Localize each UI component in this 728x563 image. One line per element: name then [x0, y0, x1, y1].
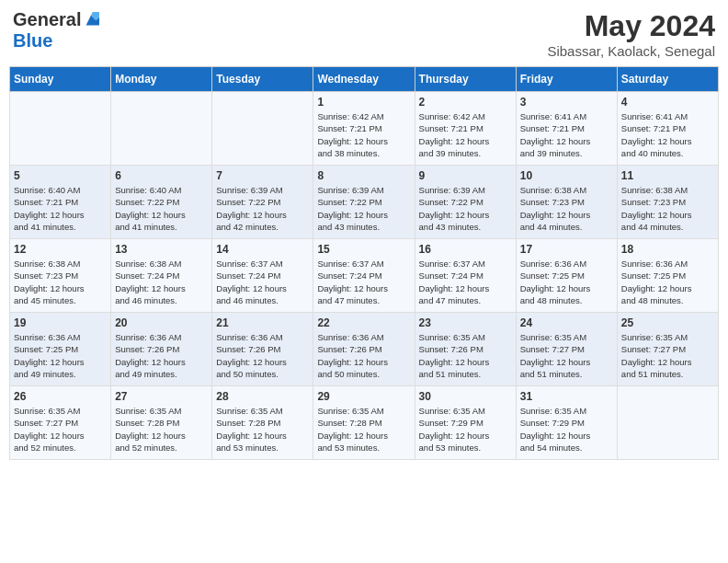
calendar-cell: 14Sunrise: 6:37 AMSunset: 7:24 PMDayligh…: [212, 239, 313, 313]
day-info: Sunrise: 6:39 AMSunset: 7:22 PMDaylight:…: [216, 184, 309, 233]
calendar-cell: 6Sunrise: 6:40 AMSunset: 7:22 PMDaylight…: [111, 166, 212, 239]
calendar-week-5: 26Sunrise: 6:35 AMSunset: 7:27 PMDayligh…: [10, 386, 719, 460]
day-info: Sunrise: 6:36 AMSunset: 7:25 PMDaylight:…: [520, 258, 613, 306]
day-number: 8: [317, 169, 410, 182]
calendar-week-1: 1Sunrise: 6:42 AMSunset: 7:21 PMDaylight…: [10, 92, 719, 166]
logo-blue-text: Blue: [13, 30, 52, 52]
day-number: 11: [621, 169, 714, 182]
calendar-cell: 23Sunrise: 6:35 AMSunset: 7:26 PMDayligh…: [415, 313, 516, 386]
calendar-cell: [212, 92, 313, 166]
calendar-cell: 2Sunrise: 6:42 AMSunset: 7:21 PMDaylight…: [415, 92, 516, 166]
day-number: 21: [216, 316, 309, 329]
day-number: 23: [419, 316, 512, 329]
day-number: 16: [419, 243, 512, 256]
day-info: Sunrise: 6:35 AMSunset: 7:27 PMDaylight:…: [621, 331, 714, 380]
calendar-cell: 5Sunrise: 6:40 AMSunset: 7:21 PMDaylight…: [10, 166, 111, 239]
day-info: Sunrise: 6:38 AMSunset: 7:23 PMDaylight:…: [14, 258, 107, 306]
day-info: Sunrise: 6:38 AMSunset: 7:23 PMDaylight:…: [621, 184, 714, 233]
day-number: 27: [115, 390, 208, 403]
title-block: May 2024 Sibassar, Kaolack, Senegal: [547, 9, 715, 59]
day-number: 28: [216, 390, 309, 403]
calendar-cell: 1Sunrise: 6:42 AMSunset: 7:21 PMDaylight…: [313, 92, 415, 166]
day-info: Sunrise: 6:38 AMSunset: 7:24 PMDaylight:…: [115, 258, 208, 306]
location: Sibassar, Kaolack, Senegal: [547, 43, 715, 59]
day-info: Sunrise: 6:35 AMSunset: 7:29 PMDaylight:…: [419, 405, 512, 454]
day-info: Sunrise: 6:36 AMSunset: 7:25 PMDaylight:…: [14, 331, 107, 380]
logo-icon: [83, 12, 99, 29]
calendar-cell: 20Sunrise: 6:36 AMSunset: 7:26 PMDayligh…: [111, 313, 212, 386]
day-info: Sunrise: 6:41 AMSunset: 7:21 PMDaylight:…: [520, 110, 613, 159]
day-info: Sunrise: 6:41 AMSunset: 7:21 PMDaylight:…: [621, 110, 714, 159]
day-info: Sunrise: 6:35 AMSunset: 7:29 PMDaylight:…: [520, 405, 613, 454]
calendar-cell: 8Sunrise: 6:39 AMSunset: 7:22 PMDaylight…: [313, 166, 415, 239]
day-number: 29: [317, 390, 410, 403]
day-number: 10: [520, 169, 613, 182]
col-header-thursday: Thursday: [415, 67, 516, 92]
day-number: 22: [317, 316, 410, 329]
calendar-cell: [10, 92, 111, 166]
month-year: May 2024: [547, 9, 715, 43]
calendar-cell: 11Sunrise: 6:38 AMSunset: 7:23 PMDayligh…: [617, 166, 718, 239]
col-header-friday: Friday: [516, 67, 617, 92]
day-number: 2: [419, 96, 512, 109]
day-number: 9: [419, 169, 512, 182]
calendar-cell: 29Sunrise: 6:35 AMSunset: 7:28 PMDayligh…: [313, 386, 415, 460]
calendar-cell: 15Sunrise: 6:37 AMSunset: 7:24 PMDayligh…: [313, 239, 415, 313]
day-info: Sunrise: 6:37 AMSunset: 7:24 PMDaylight:…: [216, 258, 309, 306]
day-info: Sunrise: 6:35 AMSunset: 7:28 PMDaylight:…: [115, 405, 208, 454]
calendar-week-2: 5Sunrise: 6:40 AMSunset: 7:21 PMDaylight…: [10, 166, 719, 239]
logo: General Blue: [13, 9, 99, 52]
day-number: 26: [14, 390, 107, 403]
calendar-cell: 19Sunrise: 6:36 AMSunset: 7:25 PMDayligh…: [10, 313, 111, 386]
day-info: Sunrise: 6:39 AMSunset: 7:22 PMDaylight:…: [317, 184, 410, 233]
col-header-sunday: Sunday: [10, 67, 111, 92]
day-number: 13: [115, 243, 208, 256]
calendar-cell: 7Sunrise: 6:39 AMSunset: 7:22 PMDaylight…: [212, 166, 313, 239]
page-header: General Blue May 2024 Sibassar, Kaolack,…: [9, 9, 719, 59]
calendar-cell: 31Sunrise: 6:35 AMSunset: 7:29 PMDayligh…: [516, 386, 617, 460]
day-info: Sunrise: 6:36 AMSunset: 7:25 PMDaylight:…: [621, 258, 714, 306]
col-header-wednesday: Wednesday: [313, 67, 415, 92]
calendar-cell: 25Sunrise: 6:35 AMSunset: 7:27 PMDayligh…: [617, 313, 718, 386]
day-number: 4: [621, 96, 714, 109]
calendar-week-4: 19Sunrise: 6:36 AMSunset: 7:25 PMDayligh…: [10, 313, 719, 386]
day-number: 15: [317, 243, 410, 256]
day-info: Sunrise: 6:38 AMSunset: 7:23 PMDaylight:…: [520, 184, 613, 233]
col-header-tuesday: Tuesday: [212, 67, 313, 92]
day-info: Sunrise: 6:36 AMSunset: 7:26 PMDaylight:…: [216, 331, 309, 380]
calendar-cell: 16Sunrise: 6:37 AMSunset: 7:24 PMDayligh…: [415, 239, 516, 313]
calendar-cell: 24Sunrise: 6:35 AMSunset: 7:27 PMDayligh…: [516, 313, 617, 386]
calendar-cell: 10Sunrise: 6:38 AMSunset: 7:23 PMDayligh…: [516, 166, 617, 239]
day-info: Sunrise: 6:40 AMSunset: 7:21 PMDaylight:…: [14, 184, 107, 233]
day-number: 25: [621, 316, 714, 329]
day-info: Sunrise: 6:36 AMSunset: 7:26 PMDaylight:…: [115, 331, 208, 380]
day-info: Sunrise: 6:35 AMSunset: 7:28 PMDaylight:…: [216, 405, 309, 454]
day-number: 24: [520, 316, 613, 329]
day-number: 20: [115, 316, 208, 329]
col-header-monday: Monday: [111, 67, 212, 92]
day-info: Sunrise: 6:39 AMSunset: 7:22 PMDaylight:…: [419, 184, 512, 233]
day-number: 1: [317, 96, 410, 109]
day-info: Sunrise: 6:42 AMSunset: 7:21 PMDaylight:…: [317, 110, 410, 159]
col-header-saturday: Saturday: [617, 67, 718, 92]
calendar-cell: 27Sunrise: 6:35 AMSunset: 7:28 PMDayligh…: [111, 386, 212, 460]
day-info: Sunrise: 6:35 AMSunset: 7:26 PMDaylight:…: [419, 331, 512, 380]
day-number: 3: [520, 96, 613, 109]
day-info: Sunrise: 6:36 AMSunset: 7:26 PMDaylight:…: [317, 331, 410, 380]
day-number: 5: [14, 169, 107, 182]
day-info: Sunrise: 6:35 AMSunset: 7:27 PMDaylight:…: [14, 405, 107, 454]
calendar-cell: 26Sunrise: 6:35 AMSunset: 7:27 PMDayligh…: [10, 386, 111, 460]
calendar-cell: [617, 386, 718, 460]
calendar-cell: [111, 92, 212, 166]
day-info: Sunrise: 6:40 AMSunset: 7:22 PMDaylight:…: [115, 184, 208, 233]
calendar-cell: 30Sunrise: 6:35 AMSunset: 7:29 PMDayligh…: [415, 386, 516, 460]
day-number: 12: [14, 243, 107, 256]
day-number: 6: [115, 169, 208, 182]
calendar-cell: 28Sunrise: 6:35 AMSunset: 7:28 PMDayligh…: [212, 386, 313, 460]
day-number: 17: [520, 243, 613, 256]
calendar-cell: 22Sunrise: 6:36 AMSunset: 7:26 PMDayligh…: [313, 313, 415, 386]
day-number: 7: [216, 169, 309, 182]
day-number: 30: [419, 390, 512, 403]
day-number: 14: [216, 243, 309, 256]
calendar-cell: 18Sunrise: 6:36 AMSunset: 7:25 PMDayligh…: [617, 239, 718, 313]
